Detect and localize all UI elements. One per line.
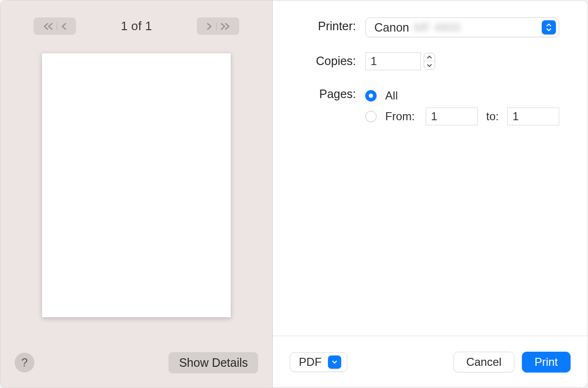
- chevron-down-icon: [328, 355, 341, 369]
- chevron-right-icon: [206, 23, 213, 30]
- pages-range-option[interactable]: From: to:: [365, 106, 559, 127]
- stepper-down-icon[interactable]: [424, 61, 435, 69]
- show-details-label: Show Details: [179, 356, 248, 369]
- pages-row: Pages: All From: to:: [273, 85, 559, 127]
- copies-input[interactable]: [365, 52, 421, 70]
- print-label: Print: [535, 355, 558, 368]
- show-details-button[interactable]: Show Details: [168, 352, 258, 373]
- page-counter: 1 of 1: [121, 19, 152, 33]
- cancel-button[interactable]: Cancel: [454, 352, 514, 372]
- preview-pane: 1 of 1 ?: [0, 0, 273, 388]
- help-button[interactable]: ?: [15, 353, 34, 372]
- pages-label: Pages:: [273, 85, 356, 101]
- updown-chevron-icon: [542, 20, 556, 34]
- settings-pane: Printer: Canon MF 4800: [273, 0, 588, 388]
- printer-selected-model: MF 4800: [414, 21, 461, 34]
- pages-all-label: All: [385, 89, 398, 102]
- nav-separator: [57, 23, 57, 30]
- printer-selected-name: Canon: [374, 21, 409, 34]
- print-button[interactable]: Print: [522, 352, 571, 372]
- help-icon: ?: [21, 356, 27, 369]
- copies-row: Copies:: [273, 52, 559, 70]
- pdf-menu-button[interactable]: PDF: [290, 352, 347, 372]
- pages-from-label: From:: [385, 110, 426, 123]
- page-thumbnail[interactable]: [42, 53, 231, 317]
- settings-footer: PDF Cancel Print: [273, 336, 588, 388]
- copies-label: Copies:: [273, 52, 356, 68]
- preview-first-prev-button[interactable]: [34, 17, 76, 35]
- pages-all-option[interactable]: All: [365, 85, 559, 106]
- printer-row: Printer: Canon MF 4800: [273, 17, 559, 37]
- radio-off-icon: [365, 111, 377, 122]
- copies-stepper[interactable]: [424, 53, 435, 70]
- preview-footer: ? Show Details: [0, 340, 272, 388]
- cancel-label: Cancel: [466, 355, 502, 368]
- double-chevron-right-icon: [220, 23, 230, 30]
- print-dialog: 1 of 1 ?: [0, 0, 588, 388]
- pages-from-input[interactable]: [426, 107, 478, 125]
- printer-popup[interactable]: Canon MF 4800: [365, 17, 559, 37]
- preview-next-last-button[interactable]: [197, 17, 239, 35]
- pdf-label: PDF: [299, 355, 321, 369]
- pages-to-input[interactable]: [507, 107, 559, 125]
- page-preview-area: [0, 35, 272, 340]
- pages-to-label: to:: [486, 110, 499, 123]
- chevron-left-icon: [60, 23, 67, 30]
- double-chevron-left-icon: [43, 23, 53, 30]
- nav-separator: [216, 23, 217, 30]
- settings-body: Printer: Canon MF 4800: [273, 0, 588, 336]
- printer-label: Printer:: [273, 17, 356, 33]
- stepper-up-icon[interactable]: [424, 53, 435, 61]
- radio-on-icon: [365, 90, 377, 101]
- preview-toolbar: 1 of 1: [0, 0, 272, 35]
